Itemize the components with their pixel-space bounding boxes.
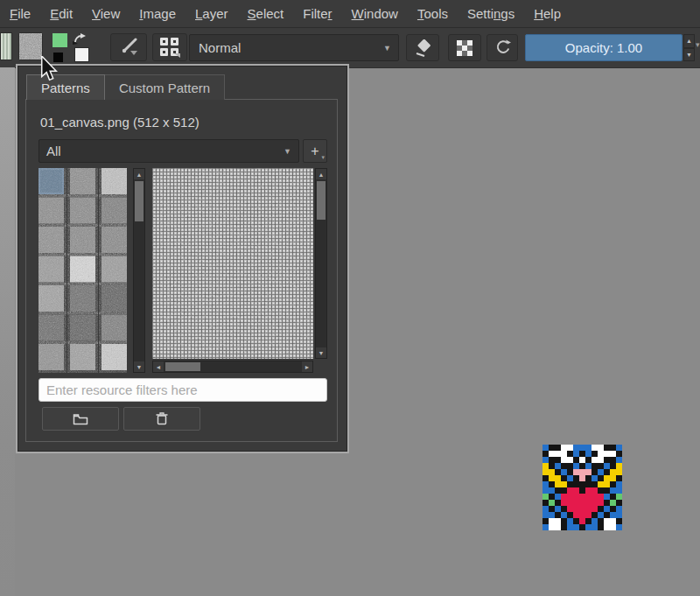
pattern-thumbnail[interactable] — [102, 227, 127, 253]
scrollbar-thumb[interactable] — [135, 181, 144, 221]
pattern-preview-image[interactable] — [152, 168, 313, 359]
delete-resource-button[interactable] — [123, 407, 200, 431]
reload-presets-button[interactable] — [486, 34, 518, 61]
scroll-up-icon[interactable]: ▲ — [316, 169, 326, 179]
preview-vertical-scrollbar[interactable]: ▲ ▼ — [315, 168, 327, 359]
choose-workspace-icon — [159, 37, 180, 58]
menu-view[interactable]: View — [82, 6, 130, 21]
eraser-mode-button[interactable] — [406, 34, 439, 61]
foreground-color-swatch[interactable] — [52, 33, 67, 47]
pixel-art-image — [542, 445, 622, 530]
menu-help[interactable]: Help — [524, 6, 570, 21]
tag-filter-value: All — [46, 144, 61, 158]
pattern-thumbnail[interactable] — [70, 198, 95, 224]
resource-filter-input[interactable] — [38, 378, 327, 402]
thumbnail-scrollbar[interactable]: ▲ ▼ — [133, 168, 145, 373]
pattern-thumbnail[interactable] — [38, 227, 64, 253]
menu-layer[interactable]: Layer — [186, 6, 238, 21]
selected-pattern-title: 01_canvas.png (512 x 512) — [40, 115, 200, 130]
scroll-down-icon[interactable]: ▼ — [134, 361, 144, 372]
menu-edit[interactable]: Edit — [40, 6, 82, 21]
scrollbar-thumb[interactable] — [317, 181, 326, 220]
plus-icon: + — [311, 144, 318, 159]
menu-select[interactable]: Select — [238, 6, 294, 21]
menu-tools[interactable]: Tools — [408, 6, 458, 21]
canvas-edge-strip — [0, 67, 15, 596]
pattern-thumbnail[interactable] — [70, 344, 95, 370]
spin-down-icon[interactable]: ▼ — [683, 48, 695, 62]
pattern-swatch-button[interactable] — [18, 32, 43, 60]
brush-tool-button[interactable] — [110, 33, 147, 61]
tab-patterns-label: Patterns — [41, 81, 90, 95]
pattern-thumbnail[interactable] — [70, 227, 95, 253]
toolbar-overflow-chevron-icon[interactable]: ▾ — [696, 40, 700, 49]
scrollbar-thumb[interactable] — [165, 362, 200, 371]
tab-custom-pattern-label: Custom Pattern — [119, 81, 210, 95]
pattern-thumbnail[interactable] — [102, 168, 127, 194]
blending-mode-dropdown[interactable]: Normal ▼ — [189, 34, 399, 61]
menu-filter[interactable]: Filter — [293, 6, 341, 21]
menu-settings[interactable]: Settings — [458, 6, 524, 21]
folder-icon — [73, 413, 88, 425]
pattern-preview-pane: ▲ ▼ ◄ ► — [152, 168, 327, 373]
menu-file[interactable]: File — [0, 6, 40, 21]
toolbar: Normal ▼ — [0, 28, 700, 68]
blending-mode-value: Normal — [190, 40, 241, 55]
trash-icon — [156, 412, 168, 425]
eraser-icon — [413, 39, 432, 57]
pattern-thumbnail[interactable] — [38, 315, 64, 341]
pattern-thumbnail-grid[interactable] — [38, 168, 127, 373]
scroll-right-icon[interactable]: ► — [302, 361, 312, 372]
application-window: FileEditViewImageLayerSelectFilterWindow… — [0, 0, 700, 596]
add-tag-button[interactable]: + ▾ — [303, 139, 327, 163]
mouse-cursor — [40, 56, 58, 81]
pattern-swatch-icon — [19, 33, 42, 60]
tab-custom-pattern[interactable]: Custom Pattern — [105, 74, 225, 100]
chevron-down-icon: ▼ — [383, 44, 398, 53]
menu-image[interactable]: Image — [130, 6, 186, 21]
opacity-slider[interactable]: Opacity: 1.00 — [525, 34, 682, 61]
scroll-left-icon[interactable]: ◄ — [153, 361, 164, 372]
patterns-popup: Patterns Custom Pattern 01_canvas.png (5… — [16, 64, 349, 453]
tag-filter-row: All ▼ + ▾ — [38, 139, 327, 163]
tab-patterns[interactable]: Patterns — [26, 74, 105, 100]
menu-items: FileEditViewImageLayerSelectFilterWindow… — [0, 6, 570, 21]
pattern-thumbnail[interactable] — [70, 285, 95, 312]
chevron-down-icon: ▾ — [321, 154, 325, 161]
scroll-up-icon[interactable]: ▲ — [134, 169, 144, 179]
preserve-alpha-icon — [457, 40, 472, 56]
pattern-thumbnail[interactable] — [38, 198, 64, 224]
swap-colors-icon[interactable] — [72, 32, 88, 46]
background-color-swatch[interactable] — [74, 47, 89, 62]
pattern-thumbnails — [38, 168, 127, 373]
menu-bar: FileEditViewImageLayerSelectFilterWindow… — [0, 0, 700, 28]
opacity-value: Opacity: 1.00 — [565, 40, 642, 55]
pattern-browser: ▲ ▼ — [38, 168, 327, 373]
pattern-thumbnail[interactable] — [102, 285, 127, 312]
pattern-thumbnail[interactable] — [38, 256, 64, 283]
pattern-thumbnail[interactable] — [38, 344, 64, 370]
gradient-swatch-button[interactable] — [0, 32, 12, 60]
pattern-thumbnail[interactable] — [70, 315, 95, 341]
chevron-down-icon: ▼ — [284, 147, 298, 156]
pattern-thumbnail[interactable] — [102, 344, 127, 370]
pattern-thumbnail[interactable] — [70, 168, 95, 194]
pattern-thumbnail[interactable] — [38, 285, 64, 312]
opacity-spinner: ▲ ▼ — [683, 34, 695, 61]
tag-filter-dropdown[interactable]: All ▼ — [38, 139, 299, 163]
pattern-thumbnail[interactable] — [102, 198, 127, 224]
pattern-thumbnail[interactable] — [38, 168, 64, 194]
pattern-thumbnail[interactable] — [70, 256, 95, 283]
scroll-down-icon[interactable]: ▼ — [316, 347, 326, 358]
import-resource-button[interactable] — [42, 407, 119, 431]
menu-window[interactable]: Window — [342, 6, 408, 21]
freehand-brush-icon — [116, 38, 141, 57]
preview-horizontal-scrollbar[interactable]: ◄ ► — [152, 361, 313, 373]
spin-up-icon[interactable]: ▲ — [683, 34, 695, 48]
choose-workspace-button[interactable] — [152, 33, 187, 61]
reload-icon — [494, 39, 511, 56]
preserve-alpha-button[interactable] — [448, 34, 481, 61]
pattern-thumbnail[interactable] — [102, 256, 127, 283]
pattern-thumbnail[interactable] — [102, 315, 127, 341]
